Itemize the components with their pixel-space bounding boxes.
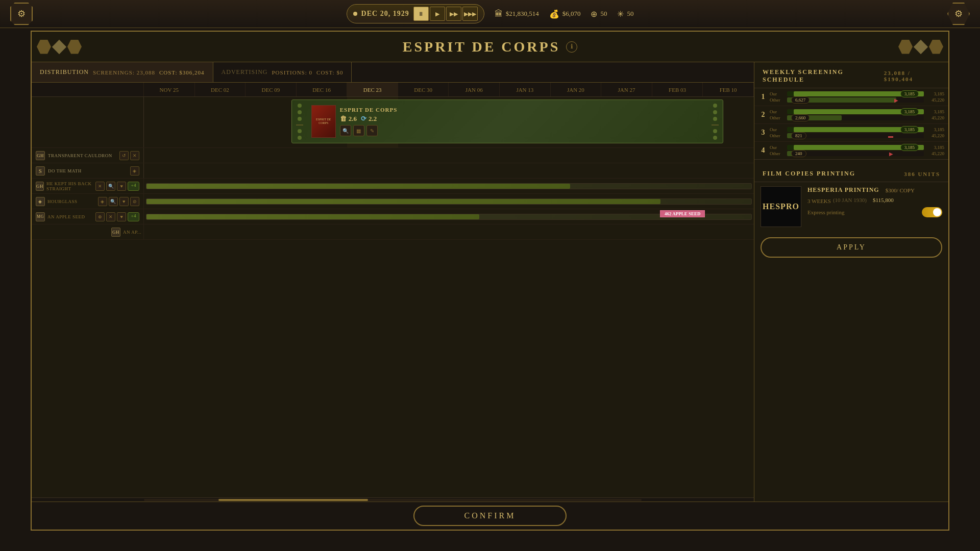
express-toggle[interactable] [922,207,942,217]
week4-our-pill[interactable]: 3,185 [900,144,919,151]
week4-arrow: ▶ [889,151,893,157]
hg-a4[interactable]: ⊘ [130,197,139,206]
week3-other-pill[interactable]: 821 [791,132,806,139]
printer-time-row: 3 WEEKS (10 JAN 1930) $115,800 [807,196,942,204]
week1-other-pill[interactable]: 6,627 [791,96,810,104]
stats-bar: 🏛 $21,830,514 💰 $6,070 ⊕ 50 ✳ 50 [495,9,634,19]
scrollbar-track[interactable] [144,499,642,501]
zoom-button[interactable]: 🔍 [340,125,351,136]
as-plus[interactable]: +4 [128,212,139,221]
date-jan20: JAN 20 [551,83,602,96]
tc-action1[interactable]: ↺ [119,151,129,160]
tab-advertising[interactable]: ADVERTISING POSITIONS: 0 COST: $0 [213,62,352,82]
week3-our-row: Our 3,185 3,185 [770,127,944,132]
toggle-knob [933,208,941,216]
rows-area[interactable]: ESPRIT DE CORPS ESPRIT DE CORPS 🗑 2.6 [32,97,754,497]
date-feb03: FEB 03 [652,83,703,96]
film-stats: 🗑 2.6 ⟳ 2.2 [340,115,398,123]
week2-section: 2 Our 3,185 3,185 Other 2 [754,106,948,124]
faster-forward-button[interactable]: ▶▶▶ [462,7,478,21]
as-a3[interactable]: ♥ [117,212,126,221]
dtm-action1[interactable]: ◈ [130,166,139,176]
date-dec16: DEC 16 [297,83,348,96]
left-panel: DISTRIBUTION SCREENINGS: 23,088 COST: $3… [32,62,754,502]
tc-action2[interactable]: ✕ [130,151,139,160]
week1-our-pill[interactable]: 3,185 [900,90,919,97]
info-icon[interactable]: ℹ [566,41,577,53]
timeline-header: NOV 25 DEC 02 DEC 09 DEC 16 DEC 23 DEC 3… [32,83,754,97]
advertising-cost: COST: $0 [316,69,343,76]
printer-name: HESPERIA PRINTING [807,186,879,194]
grid-button[interactable]: ▦ [353,125,364,136]
pause-button[interactable]: ⏸ [413,7,429,21]
edit-button[interactable]: ✎ [366,125,378,136]
money-stat: 🏛 $21,830,514 [495,9,539,18]
fcp-units: 386 UNITS [904,171,940,177]
hkbs-a3[interactable]: ♥ [117,182,126,191]
transparent-cauldron-row: GH TRANSPARENT CAULDRON ↺ ✕ [32,148,754,163]
date-dec09: DEC 09 [246,83,297,96]
ring-stat: ⟳ 2.2 [361,115,377,123]
week1-our-val: 3,185 [926,91,944,96]
star-icon: ⊕ [591,9,597,19]
hg-a2[interactable]: 🔍 [109,197,118,206]
stat1-value: 50 [600,10,607,18]
mg-icon-as: MG [36,212,45,221]
tc-bar-area [144,148,754,163]
left-side-icon [292,100,307,143]
date-nov25: NOV 25 [144,83,195,96]
date-dot [353,12,357,16]
week4-other-pill[interactable]: 240 [791,150,806,157]
film-title: ESPRIT DE CORPS [340,107,398,113]
hg-a3[interactable]: ♥ [119,197,129,206]
hourglass-row: ◈ HOURGLASS ◈ 🔍 ♥ ⊘ [32,194,754,209]
apple-seed-label: MG AN APPLE SEED ⊕ ✕ ♥ +4 [32,209,144,224]
fast-forward-button[interactable]: ▶▶ [446,7,461,21]
week4-num: 4 [758,144,768,157]
hkbs-a2[interactable]: 🔍 [106,182,115,191]
hg-a1[interactable]: ◈ [98,197,107,206]
week3-content: Our 3,185 3,185 Other 821 ▬ [770,126,944,139]
apply-button[interactable]: APPLY [761,237,942,258]
main-container: ESPRIT DE CORPS ℹ DISTRIBUTION SCREENING… [31,31,949,531]
scrollbar-thumb[interactable] [218,499,368,501]
scrollbar-area[interactable] [32,497,754,502]
hkbs-plus[interactable]: +4 [128,182,139,191]
week2-our-pill[interactable]: 3,185 [900,108,919,115]
confirm-label: CONFIRM [464,511,516,520]
as-a2[interactable]: ✕ [106,212,115,221]
tab-bar: DISTRIBUTION SCREENINGS: 23,088 COST: $3… [32,62,754,83]
apple-seed-count: 462 APPLE SEED [660,210,705,217]
settings-button[interactable]: ⚙ [10,3,33,25]
play-button[interactable]: ▶ [430,7,445,21]
do-the-math-row: S DO THE MATH ◈ [32,163,754,179]
tab-distribution[interactable]: DISTRIBUTION SCREENINGS: 23,088 COST: $3… [32,62,213,82]
anap-row: GH AN AP... [32,224,754,240]
bag-icon: 💰 [549,9,559,19]
week1-other-row: Other 6,627 ▶ 45,220 [770,97,944,103]
week1-num: 1 [758,90,768,104]
hkbs-a1[interactable]: ✕ [95,182,105,191]
week4-other-row: Other 240 ▶ 45,220 [770,151,944,156]
esprit-film-block[interactable]: ESPRIT DE CORPS ESPRIT DE CORPS 🗑 2.6 [291,99,723,143]
printer-logo: HESPRO [761,186,801,227]
distribution-tab-label: DISTRIBUTION [40,68,89,76]
stat2: ✳ 50 [617,9,633,19]
settings-button-right[interactable]: ⚙ [947,3,970,25]
week3-our-pill[interactable]: 3,185 [900,126,919,133]
printer-total: $115,800 [873,197,894,203]
fcp-title: FILM COPIES PRINTING [763,170,855,178]
as-a1[interactable]: ⊕ [95,212,105,221]
right-side-icon [707,100,723,143]
anap-label: GH AN AP... [32,224,144,239]
week2-other-pill[interactable]: 2,660 [791,114,810,121]
income-value: $6,070 [562,10,581,18]
confirm-bar: CONFIRM [32,502,948,530]
hkbs-name: HE KEPT HIS BACK STRAIGHT [46,181,93,191]
anap-bar-area [144,224,754,239]
stat1: ⊕ 50 [591,9,607,19]
apple-num: 462 [665,211,672,216]
week3-num: 3 [758,126,768,139]
confirm-button[interactable]: CONFIRM [413,506,567,526]
film-copies-header: FILM COPIES PRINTING 386 UNITS [754,164,948,182]
